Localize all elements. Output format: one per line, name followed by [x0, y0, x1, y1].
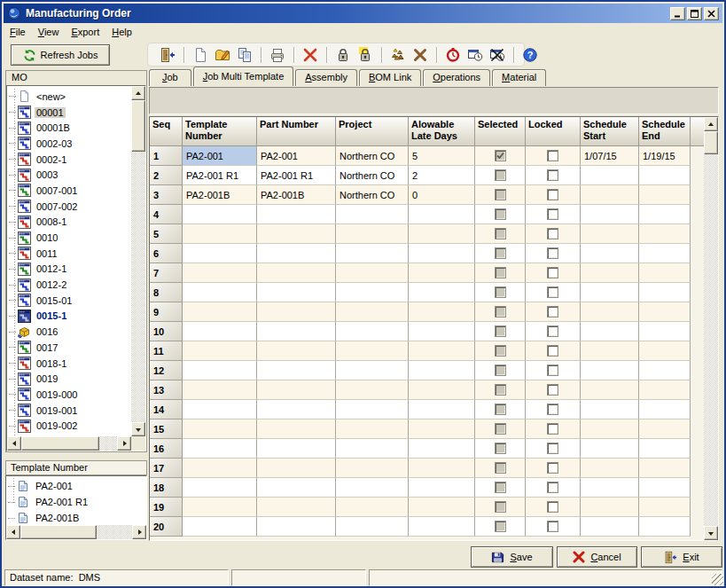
cell-template-number[interactable]: [183, 244, 257, 263]
cell-allowable-late-days[interactable]: [409, 517, 475, 537]
cell-template-number[interactable]: [183, 322, 257, 341]
selected-checkbox[interactable]: [495, 208, 506, 220]
locked-checkbox[interactable]: [547, 501, 558, 513]
row-header-10[interactable]: 10: [150, 322, 183, 341]
tab-job-multi-template[interactable]: Job Multi Template: [193, 67, 294, 86]
title-bar[interactable]: Manufacturing Order: [4, 4, 722, 23]
menu-file[interactable]: File: [4, 25, 32, 39]
row-header-11[interactable]: 11: [150, 341, 183, 361]
cell-schedule-start[interactable]: [581, 302, 639, 322]
job-tree-item-0019-000[interactable]: 0019-000: [9, 387, 130, 403]
cell-part-number[interactable]: [257, 361, 336, 380]
locked-checkbox[interactable]: [547, 443, 558, 454]
job-tree-vertical-scrollbar[interactable]: [131, 86, 145, 436]
cell-allowable-late-days[interactable]: 2: [409, 166, 475, 185]
edit-button[interactable]: [213, 45, 232, 65]
row-header-3[interactable]: 3: [150, 185, 183, 205]
cell-schedule-end[interactable]: [639, 459, 691, 478]
print-button[interactable]: [268, 45, 287, 65]
selected-checkbox[interactable]: [495, 267, 506, 278]
cell-template-number[interactable]: [183, 263, 257, 283]
cell-project[interactable]: [336, 322, 409, 341]
column-header-seq[interactable]: Seq: [150, 117, 183, 146]
copy-button[interactable]: [235, 45, 254, 65]
column-header-selected[interactable]: Selected: [475, 117, 526, 146]
cell-project[interactable]: Northern CO: [336, 146, 409, 166]
selected-checkbox[interactable]: [495, 306, 506, 318]
cell-template-number[interactable]: [183, 341, 257, 361]
job-tree-item-0011[interactable]: 0011: [9, 246, 130, 262]
cell-template-number[interactable]: [183, 498, 257, 517]
grid-vertical-scrollbar[interactable]: [704, 117, 718, 540]
cell-allowable-late-days[interactable]: [409, 224, 475, 244]
cell-template-number[interactable]: PA2-001 R1: [183, 166, 257, 185]
close-button[interactable]: [704, 7, 719, 20]
cell-template-number[interactable]: [183, 224, 257, 244]
row-header-8[interactable]: 8: [150, 283, 183, 302]
scroll-left-button[interactable]: [6, 525, 20, 539]
cell-allowable-late-days[interactable]: 5: [409, 146, 475, 166]
tab-operations[interactable]: Operations: [423, 69, 490, 86]
row-header-5[interactable]: 5: [150, 224, 183, 244]
locked-checkbox[interactable]: [547, 228, 558, 239]
cell-template-number[interactable]: PA2-001B: [183, 185, 257, 205]
locked-checkbox[interactable]: [547, 169, 558, 181]
tab-bom-link[interactable]: BOM Link: [359, 69, 421, 86]
cell-schedule-start[interactable]: [581, 205, 639, 224]
cell-template-number[interactable]: [183, 380, 257, 400]
explode-bom-button[interactable]: [388, 45, 408, 65]
cell-part-number[interactable]: [257, 302, 336, 322]
column-header-schedule-end[interactable]: Schedule End: [639, 117, 691, 146]
scroll-thumb[interactable]: [21, 436, 99, 451]
cell-template-number[interactable]: [183, 400, 257, 419]
job-tree-item-0002-1[interactable]: 0002-1: [9, 152, 130, 168]
job-tree-item-0018-1[interactable]: 0018-1: [9, 356, 130, 372]
cell-schedule-end[interactable]: [639, 400, 691, 419]
cell-part-number[interactable]: [257, 224, 336, 244]
cell-part-number[interactable]: [257, 400, 336, 419]
selected-checkbox[interactable]: [495, 423, 506, 435]
job-tree-item-00001[interactable]: 00001: [9, 105, 130, 121]
job-tree-item-0015-1[interactable]: 0015-1: [9, 309, 130, 325]
scroll-thumb[interactable]: [20, 525, 97, 539]
cell-schedule-start[interactable]: [581, 224, 639, 244]
cell-project[interactable]: [336, 263, 409, 283]
template-item-pa2-001b[interactable]: PA2-001B: [8, 510, 145, 526]
exit-door-button[interactable]: [158, 45, 177, 65]
menu-export[interactable]: Export: [65, 25, 105, 39]
cell-allowable-late-days[interactable]: [409, 380, 475, 400]
cell-template-number[interactable]: [183, 478, 257, 498]
scroll-down-button[interactable]: [704, 526, 718, 540]
column-header-template-number[interactable]: Template Number: [183, 117, 257, 146]
cell-schedule-end[interactable]: [639, 419, 691, 439]
row-header-14[interactable]: 14: [150, 400, 183, 419]
cell-allowable-late-days[interactable]: [409, 302, 475, 322]
cell-schedule-end[interactable]: [639, 322, 691, 341]
tab-job[interactable]: Job: [149, 69, 191, 86]
scroll-down-button[interactable]: [131, 422, 145, 436]
cell-template-number[interactable]: [183, 302, 257, 322]
cell-schedule-start[interactable]: [581, 478, 639, 498]
row-header-2[interactable]: 2: [150, 166, 183, 185]
job-tree-item-0019-002[interactable]: 0019-002: [9, 418, 130, 434]
cancel-button[interactable]: Cancel: [557, 546, 637, 568]
locked-checkbox[interactable]: [547, 189, 558, 200]
tab-assembly[interactable]: Assembly: [295, 69, 357, 86]
cell-schedule-end[interactable]: [639, 517, 691, 537]
job-tree-item-0002-03[interactable]: 0002-03: [9, 136, 130, 152]
column-header-locked[interactable]: Locked: [526, 117, 581, 146]
cell-project[interactable]: [336, 341, 409, 361]
row-header-17[interactable]: 17: [150, 459, 183, 478]
cell-project[interactable]: [336, 439, 409, 459]
locked-checkbox[interactable]: [547, 365, 558, 376]
cell-project[interactable]: [336, 224, 409, 244]
cell-project[interactable]: [336, 459, 409, 478]
unschedule-button[interactable]: [488, 45, 507, 65]
cell-schedule-start[interactable]: [581, 283, 639, 302]
cell-project[interactable]: Northern CO: [336, 166, 409, 185]
locked-checkbox[interactable]: [547, 482, 558, 493]
cell-template-number[interactable]: [183, 361, 257, 380]
cell-part-number[interactable]: [257, 419, 336, 439]
selected-checkbox[interactable]: [495, 384, 506, 396]
cell-allowable-late-days[interactable]: [409, 439, 475, 459]
